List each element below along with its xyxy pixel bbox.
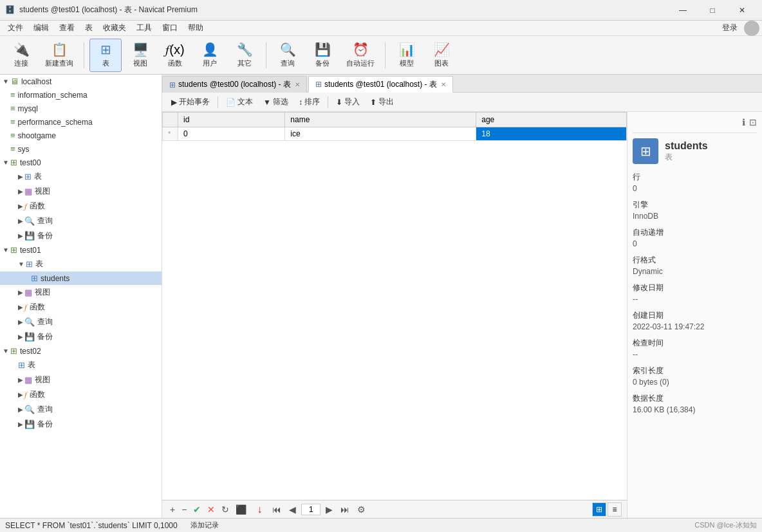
nav-settings[interactable]: ⚙ (355, 503, 368, 516)
sidebar-item-shootgame[interactable]: ≡ shootgame (0, 129, 162, 142)
sidebar-item-test02[interactable]: ▼ ⊞ test02 (0, 344, 162, 358)
close-button[interactable]: ✕ (727, 0, 757, 21)
refresh-button[interactable]: ↻ (219, 503, 232, 516)
sidebar-item-test02-query[interactable]: ▶ 🔍 查询 (0, 402, 162, 417)
form-view-button[interactable]: ≡ (608, 502, 622, 517)
expand-arrow-test00-func[interactable]: ▶ (18, 203, 23, 210)
begin-tx-button[interactable]: ▶ 开始事务 (167, 95, 214, 109)
sidebar-item-test01-table[interactable]: ▼ ⊞ 表 (0, 257, 162, 271)
sidebar-item-test01[interactable]: ▼ ⊞ test01 (0, 243, 162, 257)
expand-arrow-localhost[interactable]: ▼ (3, 78, 9, 85)
sidebar-item-test02-table[interactable]: ⊞ 表 (0, 358, 162, 372)
menu-table[interactable]: 表 (80, 21, 98, 35)
sidebar-item-test02-backup[interactable]: ▶ 💾 备份 (0, 417, 162, 432)
sidebar-item-test00-query[interactable]: ▶ 🔍 查询 (0, 214, 162, 228)
tab-students-test00[interactable]: ⊞ students @test00 (localhost) - 表 ✕ (162, 76, 307, 93)
menu-window[interactable]: 窗口 (157, 21, 183, 35)
other-button[interactable]: 🔧 其它 (228, 39, 261, 72)
minimize-button[interactable]: — (668, 0, 698, 21)
sort-button[interactable]: ↕ 排序 (295, 95, 324, 109)
export-button[interactable]: ⬆ 导出 (366, 95, 398, 109)
expand-arrow-test01-view[interactable]: ▶ (18, 289, 23, 296)
sidebar-item-students[interactable]: ⊞ students (0, 271, 162, 285)
cancel-edit-button[interactable]: ✕ (205, 503, 218, 516)
info-resize-icon[interactable]: ⊡ (749, 117, 757, 127)
expand-arrow-test01-query[interactable]: ▶ (18, 318, 23, 326)
view-button[interactable]: 🖥️ 视图 (124, 39, 156, 72)
page-input[interactable] (301, 504, 321, 515)
stop-button[interactable]: ⬛ (233, 503, 249, 516)
sidebar-item-test00-func[interactable]: ▶ 𝑓 函数 (0, 199, 162, 214)
query-button[interactable]: 🔍 查询 (272, 39, 304, 72)
nav-next[interactable]: ▶ (323, 503, 335, 516)
sidebar-item-test00[interactable]: ▼ ⊞ test00 (0, 156, 162, 169)
sidebar-item-sys[interactable]: ≡ sys (0, 142, 162, 156)
user-avatar[interactable] (744, 21, 759, 36)
sidebar-item-test00-backup[interactable]: ▶ 💾 备份 (0, 228, 162, 243)
user-button[interactable]: 👤 用户 (194, 39, 226, 72)
expand-arrow-test00-view[interactable]: ▶ (18, 188, 23, 195)
sidebar-item-test01-view[interactable]: ▶ ▦ 视图 (0, 285, 162, 300)
grid-view-button[interactable]: ⊞ (592, 502, 606, 517)
connect-button[interactable]: 🔌 连接 (5, 39, 37, 72)
maximize-button[interactable]: □ (698, 0, 727, 21)
autorun-button[interactable]: ⏰ 自动运行 (341, 39, 380, 72)
delete-row-button[interactable]: − (179, 503, 189, 516)
expand-arrow-test01-func[interactable]: ▶ (18, 304, 23, 311)
sidebar-item-test01-func[interactable]: ▶ 𝑓 函数 (0, 300, 162, 315)
nav-last[interactable]: ⏭ (338, 503, 352, 516)
nav-prev[interactable]: ◀ (286, 503, 299, 516)
text-mode-button[interactable]: 📄 文本 (222, 95, 257, 109)
sidebar-item-test02-view[interactable]: ▶ ▦ 视图 (0, 372, 162, 387)
expand-arrow-test01-table[interactable]: ▼ (18, 261, 24, 268)
tab-test01-close[interactable]: ✕ (441, 81, 446, 88)
col-header-name[interactable]: name (285, 113, 476, 127)
commit-button[interactable]: ✔ (190, 503, 203, 516)
menu-file[interactable]: 文件 (3, 21, 28, 35)
filter-button[interactable]: ▼ 筛选 (259, 95, 292, 109)
tab-test00-close[interactable]: ✕ (295, 81, 300, 88)
login-button[interactable]: 登录 (716, 21, 744, 35)
chart-button[interactable]: 📈 图表 (425, 39, 458, 72)
sidebar-item-mysql[interactable]: ≡ mysql (0, 102, 162, 115)
sidebar-item-test02-func[interactable]: ▶ 𝑓 函数 (0, 387, 162, 402)
col-header-id[interactable]: id (178, 113, 285, 127)
expand-arrow-test00-backup[interactable]: ▶ (18, 232, 23, 239)
sidebar-item-test01-query[interactable]: ▶ 🔍 查询 (0, 315, 162, 329)
expand-arrow-test01-backup[interactable]: ▶ (18, 333, 23, 340)
tab-students-test01[interactable]: ⊞ students @test01 (localhost) - 表 ✕ (308, 76, 453, 93)
menu-view[interactable]: 查看 (54, 21, 80, 35)
nav-first[interactable]: ⏮ (270, 503, 284, 516)
expand-arrow-test00[interactable]: ▼ (3, 159, 9, 166)
menu-tools[interactable]: 工具 (131, 21, 157, 35)
cell-age[interactable]: 18 (476, 127, 627, 141)
expand-arrow-test00-query[interactable]: ▶ (18, 217, 23, 225)
expand-arrow-test02-view[interactable]: ▶ (18, 376, 23, 383)
model-button[interactable]: 📊 模型 (391, 39, 423, 72)
sidebar-item-localhost[interactable]: ▼ 🖥 localhost (0, 75, 162, 88)
expand-arrow-test02-func[interactable]: ▶ (18, 391, 23, 398)
col-header-age[interactable]: age (476, 113, 627, 127)
expand-arrow-test02-query[interactable]: ▶ (18, 406, 23, 413)
sidebar-item-test00-view[interactable]: ▶ ▦ 视图 (0, 184, 162, 199)
menu-edit[interactable]: 编辑 (28, 21, 54, 35)
expand-arrow-test00-table[interactable]: ▶ (18, 173, 23, 180)
expand-arrow-test01[interactable]: ▼ (3, 246, 9, 253)
info-icon[interactable]: ℹ (742, 117, 745, 127)
menu-favorites[interactable]: 收藏夹 (98, 21, 131, 35)
backup-button[interactable]: 💾 备份 (306, 39, 339, 72)
cell-name[interactable]: ice (285, 127, 476, 141)
new-query-button[interactable]: 📋 新建查询 (40, 39, 79, 72)
expand-arrow-test02-backup[interactable]: ▶ (18, 421, 23, 428)
func-button[interactable]: 𝑓(x) 函数 (159, 39, 191, 72)
table-button[interactable]: ⊞ 表 (89, 39, 122, 72)
cell-id[interactable]: 0 (178, 127, 285, 141)
sidebar-item-performance-schema[interactable]: ≡ performance_schema (0, 115, 162, 129)
sidebar-item-information-schema[interactable]: ≡ information_schema (0, 88, 162, 102)
expand-arrow-test02[interactable]: ▼ (3, 347, 9, 354)
sidebar-item-test01-backup[interactable]: ▶ 💾 备份 (0, 329, 162, 344)
sidebar-item-test00-table[interactable]: ▶ ⊞ 表 (0, 169, 162, 184)
menu-help[interactable]: 帮助 (183, 21, 209, 35)
add-row-button[interactable]: + (167, 503, 178, 516)
import-button[interactable]: ⬇ 导入 (332, 95, 364, 109)
